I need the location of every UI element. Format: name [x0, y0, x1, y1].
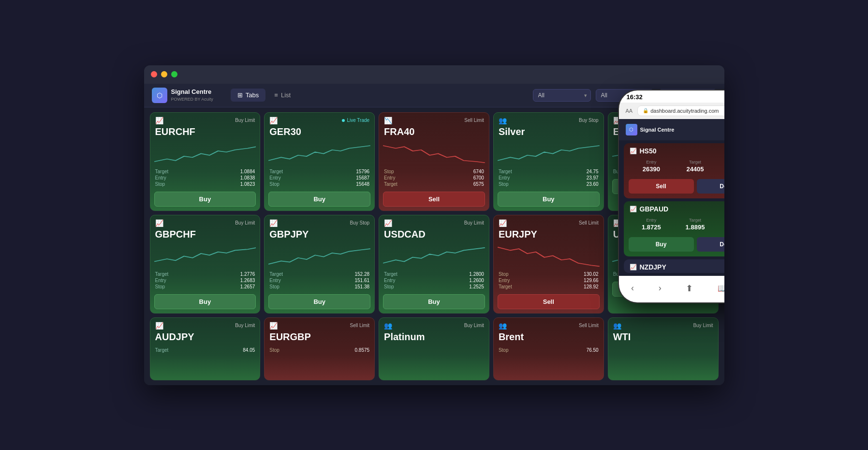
buy-button-gbpchf[interactable]: Buy	[154, 294, 256, 309]
card-type: Buy Limit	[464, 220, 484, 225]
mobile-cards-scroll[interactable]: 📈 HS50 Sell Limit Entry 26390 Target 244…	[619, 140, 724, 276]
card-symbol: GER30	[265, 126, 374, 140]
mac-window: ⬡ Signal Centre POWERED BY Acuity ⊞ Tabs…	[144, 65, 724, 385]
tab-tabs[interactable]: ⊞ Tabs	[231, 89, 265, 102]
mobile-sell-button-hs50[interactable]: Sell	[629, 179, 694, 194]
chart-icon: 👥	[384, 322, 392, 330]
card-eurgbp: 📈 Sell Limit EURGBP Stop0.8575	[264, 317, 375, 380]
minimize-button[interactable]	[161, 71, 167, 77]
class-filter[interactable]: All Forex Indices Commodities	[533, 89, 591, 102]
close-button[interactable]	[151, 71, 157, 77]
card-fra40: 📉 Sell Limit FRA40 Stop6740 Entry6700 Ta…	[379, 112, 489, 211]
buy-button-usdcad[interactable]: Buy	[383, 294, 485, 309]
mobile-nav-share[interactable]: ⬆	[681, 281, 698, 296]
card-eurchf: 📈 Buy Limit EURCHF Target1.0884 Entry1.0…	[150, 112, 261, 211]
mobile-details-button-gbpaud[interactable]: Details	[697, 237, 724, 252]
chart-icon: 📈	[269, 219, 278, 227]
card-prices: Target1.2800 Entry1.2600 Stop1.2525	[379, 271, 489, 292]
tabs-icon: ⊞	[237, 91, 243, 99]
sell-button-fra40[interactable]: Sell	[383, 192, 485, 207]
tab-list[interactable]: ≡ List	[267, 89, 297, 102]
card-prices: Target152.28 Entry151.61 Stop151.38	[265, 271, 374, 292]
card-prices: Stop0.8575	[265, 345, 374, 356]
card-chart	[150, 140, 260, 167]
buy-button-silver[interactable]: Buy	[498, 192, 600, 207]
browser-back-btn[interactable]: AA	[624, 107, 635, 115]
card-symbol: GBPCHF	[150, 229, 260, 243]
card-symbol: Platinum	[379, 331, 489, 345]
card-symbol: EURGBP	[265, 331, 374, 345]
card-platinum: 👥 Buy Limit Platinum	[379, 317, 489, 380]
card-gbpchf: 📈 Buy Limit GBPCHF Target1.2776 Entry1.2…	[150, 215, 261, 314]
card-symbol: FRA40	[379, 126, 489, 140]
card-chart	[494, 140, 603, 167]
mobile-browser-input[interactable]: 🔒 dashboard.acuitytrading.com	[637, 105, 724, 116]
card-brent: 👥 Sell Limit Brent Stop76.50	[493, 317, 604, 380]
card-symbol: USDCAD	[379, 229, 489, 243]
maximize-button[interactable]	[171, 71, 177, 77]
mobile-logo: ⬡ Signal Centre	[626, 124, 675, 135]
sell-button-eurjpy[interactable]: Sell	[498, 294, 600, 309]
chart-icon: 📈	[630, 264, 637, 270]
mobile-buy-button-gbpaud[interactable]: Buy	[629, 237, 694, 252]
logo-text: Signal Centre POWERED BY Acuity	[171, 88, 213, 103]
card-symbol: WTI	[608, 331, 718, 345]
card-prices: Stop130.02 Entry129.66 Target128.92	[494, 271, 603, 292]
mac-titlebar	[144, 65, 724, 84]
card-symbol: Silver	[494, 126, 603, 140]
buy-button-ger30[interactable]: Buy	[268, 192, 370, 207]
mobile-nav-bookmarks[interactable]: 📖	[713, 281, 724, 296]
card-symbol: Brent	[494, 331, 603, 345]
mobile-card-actions: Buy Details	[624, 234, 724, 256]
card-type: Sell Limit	[464, 118, 484, 123]
card-type: Buy Limit	[693, 323, 713, 328]
mobile-phone-overlay: 16:32 ●●● wifi 🔋 AA 🔒 dashboard.acuitytr…	[618, 90, 724, 303]
card-type: Buy Limit	[464, 323, 484, 328]
chart-icon: 📈	[499, 219, 507, 227]
list-icon: ≡	[274, 91, 278, 99]
logo-area: ⬡ Signal Centre POWERED BY Acuity	[152, 88, 213, 103]
card-symbol: GBPJPY	[265, 229, 374, 243]
mobile-details-button-hs50[interactable]: Details	[697, 179, 724, 194]
card-silver: 👥 Buy Stop Silver Target24.75 Entry23.97…	[493, 112, 604, 211]
card-ger30: 📈 Live Trade GER30 Target15796 Entry1568…	[264, 112, 375, 211]
mobile-nav-back[interactable]: ‹	[626, 281, 639, 295]
card-prices: Target24.75 Entry23.97 Stop23.60	[494, 169, 603, 190]
mobile-nav-forward[interactable]: ›	[654, 281, 666, 295]
chart-icon: 📈	[269, 322, 278, 330]
mobile-logo-text: Signal Centre	[640, 127, 675, 133]
mobile-logo-icon: ⬡	[626, 124, 637, 135]
chart-icon: 📈	[630, 206, 637, 212]
card-type: Sell Limit	[579, 220, 599, 225]
mobile-card-symbol: 📈 NZDJPY	[630, 263, 666, 271]
mobile-card-prices: Entry 1.8725 Target 1.8895 Stop 1.8652	[624, 215, 724, 234]
chart-icon: 👥	[499, 117, 507, 124]
card-prices: Target1.2776 Entry1.2683 Stop1.2657	[150, 271, 260, 292]
card-symbol: AUDJPY	[150, 331, 260, 345]
chart-icon: 📈	[630, 148, 637, 154]
buy-button-gbpjpy[interactable]: Buy	[268, 294, 370, 309]
card-prices: Stop76.50	[494, 345, 603, 356]
card-chart	[494, 243, 603, 270]
card-prices: Stop6740 Entry6700 Target6575	[379, 169, 489, 190]
card-chart	[379, 140, 489, 167]
card-type: Buy Stop	[350, 220, 370, 225]
card-type: Sell Limit	[579, 323, 599, 328]
chart-icon: 📈	[155, 117, 163, 124]
card-prices: Target84.05	[150, 345, 260, 356]
card-prices: Target1.0884 Entry1.0838 Stop1.0823	[150, 169, 260, 190]
mobile-card-actions: Sell Details	[624, 176, 724, 198]
card-type: Buy Stop	[579, 118, 599, 123]
card-type: Buy Limit	[235, 118, 255, 123]
mobile-status-bar: 16:32 ●●● wifi 🔋	[619, 90, 724, 103]
card-gbpjpy: 📈 Buy Stop GBPJPY Target152.28 Entry151.…	[264, 215, 375, 314]
chart-icon: 👥	[613, 322, 621, 330]
card-usdcad: 📈 Buy Limit USDCAD Target1.2800 Entry1.2…	[379, 215, 489, 314]
card-symbol: EURJPY	[494, 229, 603, 243]
live-dot	[342, 119, 345, 122]
buy-button-eurchf[interactable]: Buy	[154, 192, 256, 207]
browser-url: dashboard.acuitytrading.com	[650, 108, 719, 114]
card-type: Buy Limit	[235, 323, 255, 328]
chart-icon: 📈	[384, 219, 392, 227]
card-type: Buy Limit	[235, 220, 255, 225]
